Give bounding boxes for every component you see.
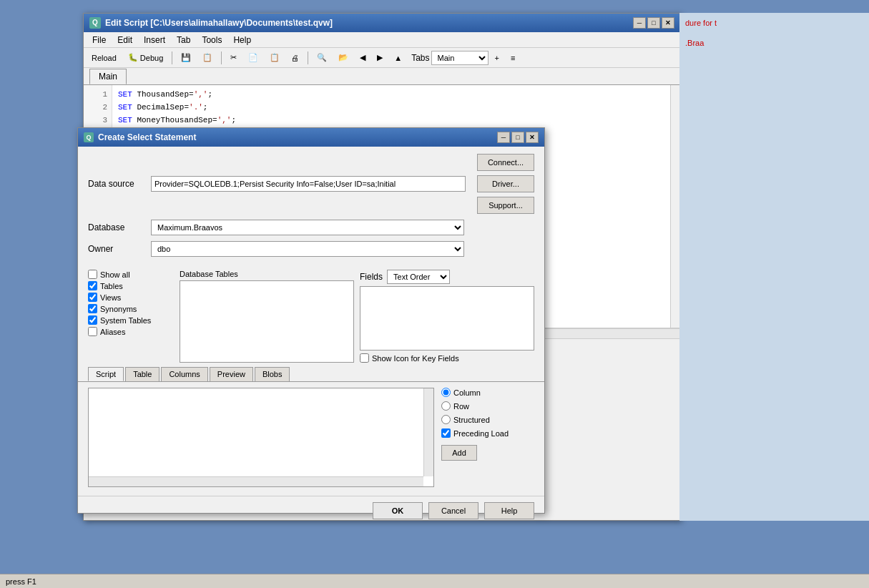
owner-select[interactable]: dbo — [151, 241, 464, 257]
right-panel: dure for t .Braa — [679, 13, 869, 521]
create-select-dialog: Q Create Select Statement ─ □ ✕ Data sou… — [77, 127, 545, 514]
script-h-scrollbar[interactable] — [89, 476, 423, 486]
connect-button[interactable]: Connect... — [477, 154, 534, 171]
support-button[interactable]: Support... — [477, 197, 534, 214]
add-button[interactable]: Add — [441, 445, 477, 461]
script-content: Column Row Structured Preceding Load Add — [78, 382, 544, 493]
menu-help[interactable]: Help — [227, 34, 257, 46]
nav-up-button[interactable]: ▲ — [389, 50, 407, 66]
datasource-label: Data source — [88, 179, 145, 189]
show-icon-checkbox[interactable] — [360, 353, 369, 363]
status-text: press F1 — [6, 577, 36, 586]
dialog-title-text: Create Select Statement — [98, 132, 497, 142]
dialog-title-icon: Q — [84, 132, 94, 142]
preceding-load-label: Preceding Load — [453, 429, 509, 438]
script-v-scrollbar[interactable] — [423, 388, 433, 476]
database-tables-list[interactable] — [180, 280, 354, 363]
dialog-window-controls: ─ □ ✕ — [497, 132, 539, 143]
row-label: Row — [453, 402, 469, 411]
close-button[interactable]: ✕ — [662, 17, 674, 29]
window-controls: ─ □ ✕ — [633, 17, 674, 29]
database-select[interactable]: Maximum.Braavos — [151, 220, 464, 235]
fields-list[interactable] — [360, 286, 534, 351]
views-checkbox[interactable] — [88, 293, 97, 302]
edit-script-titlebar: Q Edit Script [C:\Users\alimahallawy\Doc… — [84, 14, 680, 32]
tab-columns[interactable]: Columns — [161, 367, 207, 381]
help-button[interactable]: Help — [484, 502, 534, 519]
tab-preview[interactable]: Preview — [210, 367, 253, 381]
copy-button[interactable]: 📄 — [243, 50, 263, 66]
preceding-load-checkbox[interactable] — [441, 428, 451, 438]
menu-edit[interactable]: Edit — [112, 34, 138, 46]
column-radio-row: Column — [441, 388, 534, 397]
dialog-footer: OK Cancel Help — [78, 496, 544, 525]
datasource-input[interactable] — [151, 176, 466, 192]
dialog-minimize-button[interactable]: ─ — [497, 132, 510, 143]
nav-back-button[interactable]: ◀ — [355, 50, 370, 66]
fields-order-select[interactable]: Text Order Load Order Table Order — [387, 270, 450, 284]
menu-file[interactable]: File — [87, 34, 112, 46]
print-button[interactable]: 🖨 — [286, 50, 304, 66]
dialog-body: Data source Connect... Driver... Support… — [78, 147, 544, 270]
database-row: Database Maximum.Braavos — [88, 220, 534, 235]
database-field-label: Database — [88, 222, 145, 232]
tables-checkbox[interactable] — [88, 281, 97, 290]
folder-button[interactable]: 📂 — [333, 50, 353, 66]
views-check-row: Views — [88, 293, 174, 302]
minimize-button[interactable]: ─ — [633, 17, 646, 29]
status-bar: press F1 — [0, 574, 869, 588]
reload-button[interactable]: Reload — [87, 50, 122, 66]
synonyms-label: Synonyms — [100, 305, 137, 313]
add-tab-button[interactable]: + — [490, 50, 504, 66]
braa-text: .Braa — [679, 33, 869, 53]
paste-button[interactable]: 📋 — [265, 50, 285, 66]
ok-button[interactable]: OK — [373, 502, 423, 519]
show-icon-label: Show Icon for Key Fields — [372, 354, 459, 363]
script-editor[interactable] — [88, 388, 434, 487]
menu-tools[interactable]: Tools — [196, 34, 227, 46]
show-all-row: Show all — [88, 270, 174, 279]
preceding-load-row: Preceding Load — [441, 428, 534, 438]
datasource-row: Data source Connect... Driver... Support… — [88, 154, 534, 214]
main-tab[interactable]: Main — [89, 69, 127, 84]
column-radio[interactable] — [441, 388, 451, 397]
edit-script-title: Edit Script [C:\Users\alimahallawy\Docum… — [105, 18, 633, 28]
column-label: Column — [453, 388, 481, 397]
tab-script[interactable]: Script — [88, 367, 124, 381]
dialog-close-button[interactable]: ✕ — [526, 132, 539, 143]
tab-strip: Main — [84, 68, 680, 85]
save2-icon-button[interactable]: 📋 — [197, 50, 217, 66]
dialog-maximize-button[interactable]: □ — [511, 132, 524, 143]
menu-insert[interactable]: Insert — [138, 34, 171, 46]
show-all-checkbox[interactable] — [88, 270, 97, 279]
toolbar-separator3 — [308, 52, 308, 64]
cancel-button[interactable]: Cancel — [428, 502, 478, 519]
tab-blobs[interactable]: Blobs — [255, 367, 290, 381]
system-tables-checkbox[interactable] — [88, 315, 97, 325]
tab-menu-button[interactable]: ≡ — [506, 50, 520, 66]
tab-table[interactable]: Table — [125, 367, 159, 381]
synonyms-checkbox[interactable] — [88, 304, 97, 313]
structured-label: Structured — [453, 416, 490, 424]
nav-fwd-button[interactable]: ▶ — [372, 50, 388, 66]
fields-col: Fields Text Order Load Order Table Order… — [360, 270, 534, 363]
checkboxes-col: Show all Tables Views Synonyms System Ta… — [88, 270, 174, 363]
code-line: SET ThousandSep=','; — [118, 88, 674, 101]
debug-button[interactable]: 🐛 Debug — [123, 50, 168, 66]
show-all-label: Show all — [100, 270, 130, 279]
driver-button[interactable]: Driver... — [477, 175, 534, 192]
toolbar-separator2 — [221, 52, 222, 64]
row-radio[interactable] — [441, 401, 451, 411]
maximize-button[interactable]: □ — [647, 17, 660, 29]
save-icon-button[interactable]: 💾 — [176, 50, 196, 66]
script-options: Column Row Structured Preceding Load Add — [441, 388, 534, 487]
tabs-dropdown[interactable]: Main — [431, 51, 488, 65]
aliases-checkbox[interactable] — [88, 327, 97, 336]
dialog-tabs: Script Table Columns Preview Blobs — [78, 367, 544, 382]
code-vertical-scrollbar[interactable] — [670, 85, 680, 328]
code-line: SET MoneyThousandSep=','; — [118, 114, 674, 127]
structured-radio[interactable] — [441, 415, 451, 424]
cut-button[interactable]: ✂ — [225, 50, 242, 66]
menu-tab[interactable]: Tab — [171, 34, 196, 46]
search-button[interactable]: 🔍 — [312, 50, 332, 66]
